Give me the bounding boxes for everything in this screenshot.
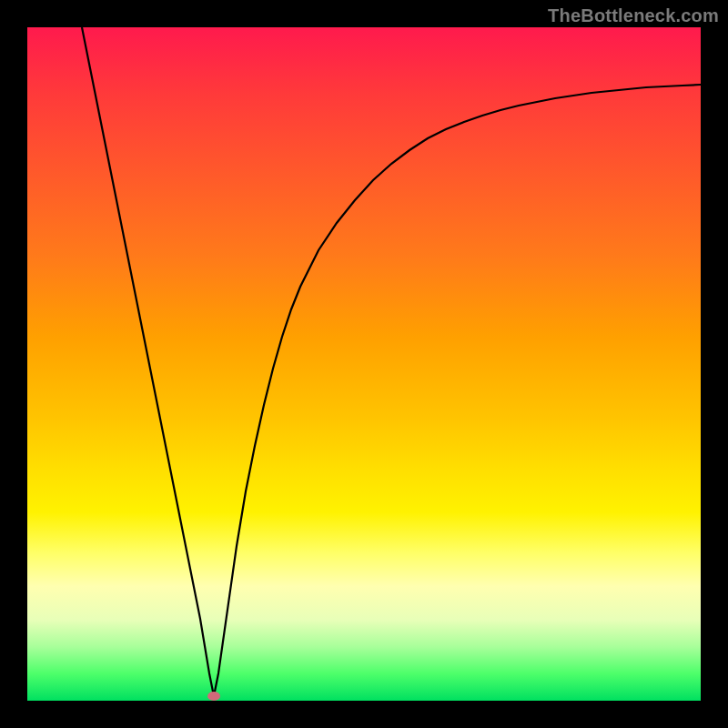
bottleneck-curve bbox=[27, 27, 701, 701]
curve-path bbox=[82, 27, 701, 696]
curve-minimum-marker bbox=[207, 692, 220, 701]
attribution-text: TheBottleneck.com bbox=[548, 5, 719, 26]
chart-frame: TheBottleneck.com bbox=[0, 0, 728, 728]
